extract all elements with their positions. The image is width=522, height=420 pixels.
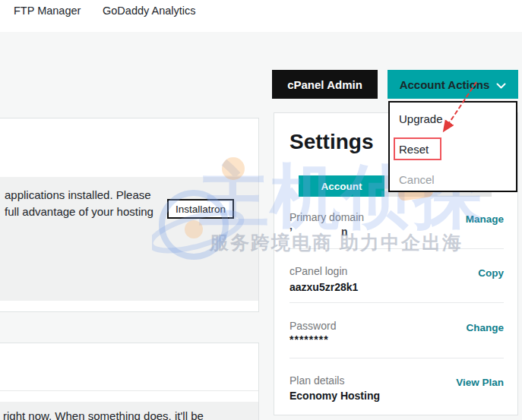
- account-actions-button[interactable]: Account Actions: [388, 70, 518, 99]
- menu-item-upgrade[interactable]: Upgrade: [399, 112, 443, 125]
- menu-item-cancel[interactable]: Cancel: [399, 173, 435, 186]
- password-label: Password: [289, 320, 336, 332]
- menu-item-reset[interactable]: Reset: [399, 143, 429, 156]
- password-value: ********: [289, 333, 329, 346]
- row-primary-domain: Primary domain ’n Manage: [289, 197, 504, 249]
- installatron-button[interactable]: Installatron: [167, 199, 234, 219]
- domain-redacted-fragment: ’: [289, 226, 293, 238]
- nav-item-ftp-manager[interactable]: FTP Manager: [14, 5, 81, 17]
- row-plan-details: Plan details Economy Hosting View Plan: [289, 358, 504, 416]
- domain-redacted-fragment: n: [341, 226, 348, 238]
- row-password: Password ******** Change: [289, 303, 504, 358]
- activity-banner: right now. When something does, it'll be: [0, 402, 258, 420]
- plan-details-label: Plan details: [289, 374, 344, 387]
- cpanel-login-value: aazxu5zr28k1: [289, 281, 358, 293]
- cpanel-admin-button[interactable]: cPanel Admin: [272, 70, 378, 99]
- cpanel-admin-label: cPanel Admin: [287, 78, 362, 91]
- applications-banner-text: applications installed. Please full adva…: [5, 187, 153, 220]
- copy-link[interactable]: Copy: [478, 267, 504, 279]
- manage-link[interactable]: Manage: [466, 213, 504, 225]
- activity-banner-text: right now. When something does, it'll be: [3, 409, 204, 420]
- settings-title: Settings: [289, 130, 373, 154]
- nav-item-godaddy-analytics[interactable]: GoDaddy Analytics: [103, 5, 196, 17]
- hosting-dashboard: FTP Manager GoDaddy Analytics cPanel Adm…: [0, 0, 522, 420]
- activity-card-divider: [0, 390, 258, 391]
- account-actions-label: Account Actions: [400, 78, 490, 91]
- applications-banner: applications installed. Please full adva…: [0, 177, 258, 301]
- activity-card: right now. When something does, it'll be: [0, 343, 259, 420]
- top-nav: FTP Manager GoDaddy Analytics: [0, 0, 522, 32]
- plan-details-value: Economy Hosting: [289, 390, 380, 402]
- cpanel-login-label: cPanel login: [289, 265, 347, 277]
- chevron-down-icon: [496, 79, 506, 92]
- applications-card: applications installed. Please full adva…: [0, 118, 259, 312]
- change-link[interactable]: Change: [466, 322, 504, 333]
- primary-domain-label: Primary domain: [289, 211, 364, 223]
- row-cpanel-login: cPanel login aazxu5zr28k1 Copy: [289, 249, 504, 303]
- view-plan-link[interactable]: View Plan: [456, 377, 504, 388]
- tab-account[interactable]: Account: [299, 175, 384, 197]
- account-actions-menu: Upgrade Reset Cancel: [388, 101, 517, 192]
